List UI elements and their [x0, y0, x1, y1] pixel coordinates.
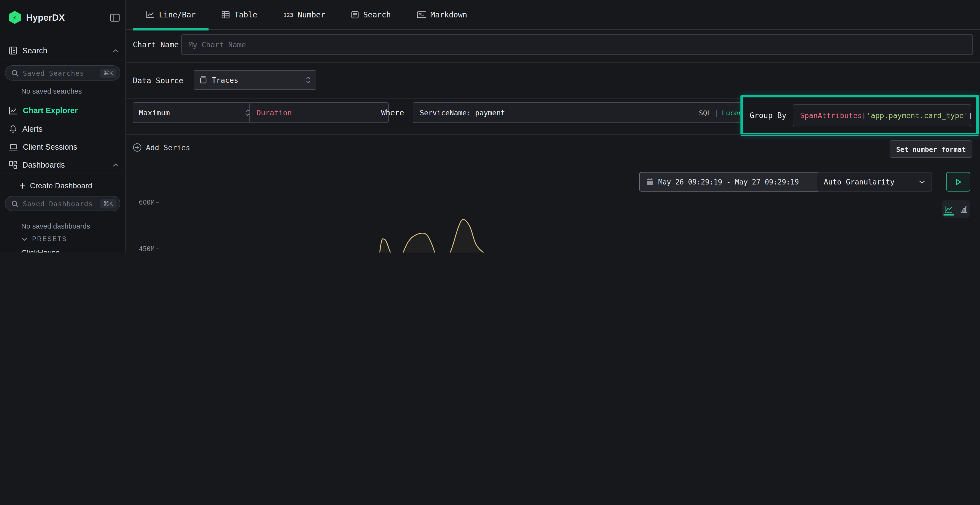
where-value: ServiceName: payment — [420, 108, 505, 117]
divider — [0, 173, 125, 174]
add-series-button[interactable]: Add Series — [133, 143, 190, 152]
chart-name-label: Chart Name — [133, 40, 179, 49]
markdown-icon: M↓ — [417, 11, 426, 18]
database-icon — [200, 76, 207, 84]
plus-icon — [20, 183, 25, 189]
sidebar-item-label: Alerts — [22, 125, 43, 133]
divider — [125, 134, 980, 135]
group-by-label: Group By — [750, 111, 786, 120]
logo-row: ⚡ HyperDX — [9, 9, 120, 26]
tab-line-bar[interactable]: Line/Bar — [133, 0, 209, 29]
data-source-label: Data Source — [133, 76, 183, 85]
divider — [125, 62, 980, 63]
play-icon — [955, 178, 961, 185]
chart-name-input[interactable] — [181, 34, 973, 55]
no-saved-searches-text: No saved searches — [21, 87, 82, 95]
sql-option[interactable]: SQL — [699, 108, 711, 117]
tab-markdown[interactable]: M↓ Markdown — [404, 0, 480, 29]
data-source-select[interactable]: Traces — [194, 70, 316, 90]
group-by-fn: SpanAttributes — [800, 111, 862, 120]
tab-search[interactable]: Search — [338, 0, 404, 29]
time-range-value: May 26 09:29:19 - May 27 09:29:19 — [658, 178, 799, 186]
sidebar-item-label: Dashboards — [22, 160, 65, 169]
group-by-arg: 'app.payment.card_type' — [867, 111, 968, 120]
laptop-icon — [9, 143, 18, 151]
saved-searches-placeholder: Saved Searches — [23, 69, 84, 77]
search-icon — [11, 200, 19, 207]
presets-toggle[interactable]: PRESETS — [22, 236, 67, 242]
app-root: ⚡ HyperDX Search Saved Searches ⌘K No sa… — [0, 0, 980, 252]
tab-number[interactable]: 123 Number — [270, 0, 338, 29]
tab-label: Search — [363, 10, 391, 19]
bell-icon — [9, 125, 18, 133]
sidebar-item-alerts[interactable]: Alerts — [9, 122, 119, 136]
dashboards-icon — [9, 160, 18, 169]
saved-dashboards-input[interactable]: Saved Dashboards ⌘K — [5, 196, 120, 211]
svg-text:450M: 450M — [139, 245, 154, 253]
tab-label: Number — [298, 10, 325, 19]
run-query-button[interactable] — [946, 172, 970, 192]
sidebar-search-label: Search — [22, 46, 48, 55]
divider — [0, 60, 125, 60]
sidebar: ⚡ HyperDX Search Saved Searches ⌘K No sa… — [0, 0, 126, 252]
where-label: Where — [381, 108, 404, 117]
sidebar-item-chart-explorer[interactable]: Chart Explorer — [9, 103, 119, 118]
tab-table[interactable]: Table — [209, 0, 270, 29]
bracket: ] — [968, 111, 971, 120]
saved-searches-input[interactable]: Saved Searches ⌘K — [5, 65, 120, 81]
tab-label: Table — [234, 10, 257, 19]
query-language-toggle[interactable]: SQL|Lucene — [699, 108, 746, 117]
svg-text:600M: 600M — [139, 199, 154, 206]
create-dashboard-button[interactable]: Create Dashboard — [20, 181, 92, 190]
number-icon: 123 — [283, 12, 293, 18]
select-chevrons-icon — [306, 77, 310, 83]
data-source-value: Traces — [212, 76, 239, 84]
field-value: Duration — [256, 108, 292, 117]
search-icon — [11, 69, 19, 76]
shortcut-badge: ⌘K — [100, 68, 116, 78]
granularity-select[interactable]: Auto Granularity — [817, 172, 932, 192]
bracket: [ — [862, 111, 866, 120]
sidebar-item-label: Chart Explorer — [23, 106, 78, 115]
group-by-input[interactable]: SpanAttributes['app.payment.card_type'] — [793, 105, 971, 126]
search-section-icon — [9, 46, 18, 55]
sidebar-item-client-sessions[interactable]: Client Sessions — [9, 140, 119, 154]
field-input[interactable]: Duration — [249, 102, 389, 123]
no-saved-dashboards-text: No saved dashboards — [21, 222, 90, 230]
granularity-value: Auto Granularity — [824, 178, 894, 186]
preset-item-clickhouse[interactable]: ClickHouse — [21, 248, 60, 252]
aggregation-value: Maximum — [139, 108, 170, 117]
document-list-icon — [351, 11, 359, 19]
sidebar-collapse-icon[interactable] — [110, 13, 120, 22]
main-content: Line/Bar Table 123 Number Search M↓ Mark… — [125, 0, 980, 252]
timeseries-chart[interactable]: 0150M300M450M600MMay 26 9:00:00 AM12:30:… — [134, 199, 977, 252]
sidebar-item-dashboards[interactable]: Dashboards — [9, 158, 119, 172]
chart-explorer-icon — [9, 106, 18, 114]
group-by-highlight-annotation: Group By SpanAttributes['app.payment.car… — [740, 95, 979, 136]
where-input[interactable]: ServiceName: payment SQL|Lucene — [413, 102, 752, 123]
time-range-picker[interactable]: May 26 09:29:19 - May 27 09:29:19 — [639, 172, 823, 192]
chevron-down-icon — [919, 180, 925, 184]
add-series-label: Add Series — [146, 143, 190, 152]
aggregation-select[interactable]: Maximum — [133, 102, 256, 123]
plus-circle-icon — [133, 143, 142, 152]
tab-label: Line/Bar — [159, 10, 196, 19]
set-number-format-button[interactable]: Set number format — [889, 140, 972, 158]
chevron-up-icon[interactable] — [113, 49, 119, 52]
table-icon — [222, 11, 230, 19]
chevron-up-icon[interactable] — [113, 163, 119, 167]
sidebar-item-label: Client Sessions — [23, 143, 77, 151]
separator: | — [714, 108, 719, 117]
sidebar-section-search[interactable]: Search — [9, 43, 119, 58]
calendar-icon — [646, 178, 653, 186]
tab-label: Markdown — [430, 10, 467, 19]
line-chart-icon — [146, 11, 154, 19]
presets-label: PRESETS — [32, 236, 67, 242]
chevron-down-icon — [22, 237, 27, 241]
shortcut-badge: ⌘K — [100, 199, 116, 208]
chart-type-tabbar: Line/Bar Table 123 Number Search M↓ Mark… — [125, 0, 980, 30]
saved-dashboards-placeholder: Saved Dashboards — [23, 199, 93, 208]
hyperdx-logo-icon: ⚡ — [9, 11, 21, 24]
brand-title: HyperDX — [26, 12, 65, 22]
create-dashboard-label: Create Dashboard — [30, 181, 92, 190]
